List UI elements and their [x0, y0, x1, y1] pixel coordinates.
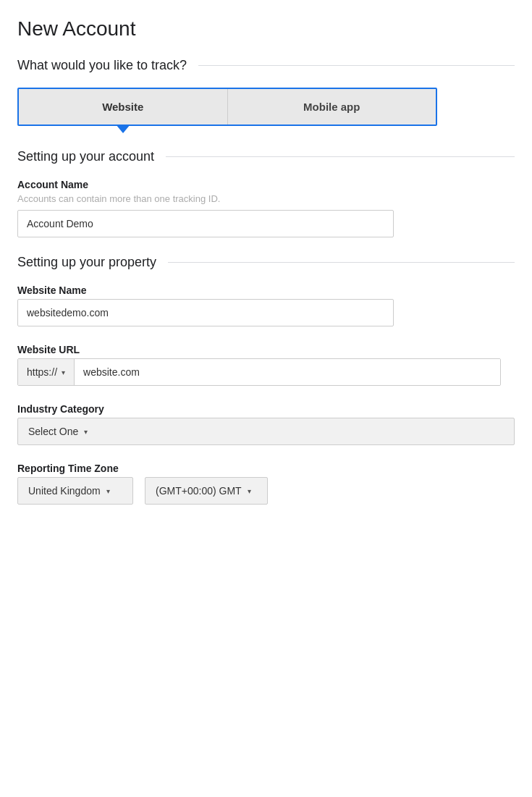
url-input-group: https:// ▾: [17, 358, 501, 386]
track-options-group: Website Mobile app: [17, 88, 437, 126]
url-protocol-value: https://: [27, 366, 57, 378]
account-name-hint: Accounts can contain more than one track…: [17, 193, 515, 204]
account-section-header: Setting up your account: [17, 149, 515, 164]
industry-category-group: Industry Category Select One ▾: [17, 403, 515, 445]
url-domain-input[interactable]: [75, 359, 500, 385]
account-name-group: Account Name Accounts can contain more t…: [17, 179, 515, 237]
property-section-divider: [168, 262, 515, 263]
website-name-label: Website Name: [17, 284, 515, 296]
timezone-country-value: United Kingdom: [28, 485, 101, 497]
timezone-gmt-dropdown[interactable]: (GMT+00:00) GMT ▾: [145, 477, 268, 505]
industry-category-chevron-icon: ▾: [84, 428, 88, 436]
track-section-label: What would you like to track?: [17, 58, 187, 73]
url-protocol-chevron-icon: ▾: [62, 368, 65, 376]
website-name-group: Website Name: [17, 284, 515, 326]
website-url-label: Website URL: [17, 344, 515, 355]
page-title: New Account: [17, 17, 515, 41]
timezone-row: United Kingdom ▾ (GMT+00:00) GMT ▾: [17, 477, 515, 505]
timezone-country-chevron-icon: ▾: [106, 487, 110, 495]
industry-category-label: Industry Category: [17, 403, 515, 415]
industry-category-value: Select One: [28, 426, 78, 437]
timezone-group: Reporting Time Zone United Kingdom ▾ (GM…: [17, 463, 515, 505]
timezone-gmt-chevron-icon: ▾: [248, 487, 251, 495]
industry-category-dropdown[interactable]: Select One ▾: [17, 418, 515, 445]
track-section-header: What would you like to track?: [17, 58, 515, 73]
account-name-input[interactable]: [17, 210, 394, 237]
url-protocol-dropdown[interactable]: https:// ▾: [18, 359, 75, 385]
track-option-mobile-app[interactable]: Mobile app: [228, 89, 436, 125]
track-section-divider: [198, 65, 515, 66]
timezone-country-dropdown[interactable]: United Kingdom ▾: [17, 477, 133, 505]
account-section-divider: [166, 156, 515, 157]
account-name-label: Account Name: [17, 179, 515, 190]
website-url-group: Website URL https:// ▾: [17, 344, 515, 386]
property-section-label: Setting up your property: [17, 255, 156, 270]
property-section-header: Setting up your property: [17, 255, 515, 270]
timezone-gmt-value: (GMT+00:00) GMT: [156, 485, 242, 497]
website-name-input[interactable]: [17, 299, 394, 326]
account-section-label: Setting up your account: [17, 149, 154, 164]
timezone-label: Reporting Time Zone: [17, 463, 515, 474]
track-option-website[interactable]: Website: [19, 89, 228, 125]
